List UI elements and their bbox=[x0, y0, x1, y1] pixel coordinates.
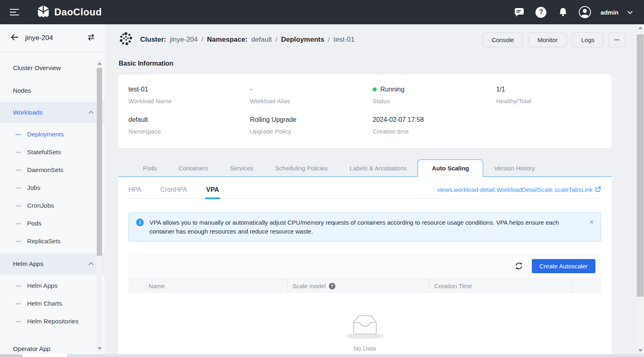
dash-icon bbox=[15, 285, 21, 287]
chevron-up-icon bbox=[89, 262, 94, 267]
vpa-info-alert: i VPA allows you to manually or automati… bbox=[128, 212, 601, 242]
no-data-text: No Data bbox=[354, 345, 376, 352]
sidebar: jinye-204 Cluster Overview Nodes Workloa… bbox=[0, 24, 104, 354]
empty-inbox-icon bbox=[345, 309, 384, 342]
table-header: Name Scale model ? Creation Time bbox=[128, 278, 601, 293]
dash-icon bbox=[15, 321, 21, 322]
sidebar-item-helm-apps[interactable]: Helm Apps bbox=[0, 277, 104, 295]
sidebar-item-nodes[interactable]: Nodes bbox=[0, 79, 104, 102]
sidebar-item-cronjobs[interactable]: CronJobs bbox=[0, 197, 104, 215]
sidebar-item-cluster-overview[interactable]: Cluster Overview bbox=[0, 57, 104, 79]
cluster-dots-icon bbox=[118, 31, 134, 48]
help-icon[interactable]: ? bbox=[535, 6, 547, 18]
scale-subtabs: HPA CronHPA VPA views.workload-detail.Wo… bbox=[128, 177, 601, 199]
console-button[interactable]: Console bbox=[482, 32, 523, 47]
scroll-up-arrow-icon[interactable] bbox=[98, 62, 102, 65]
field-upgrade-policy: Rolling Upgrade Upgrade Policy bbox=[250, 116, 373, 135]
sidebar-group-helm-apps[interactable]: Helm Apps bbox=[0, 253, 104, 274]
monitor-button[interactable]: Monitor bbox=[528, 32, 567, 47]
tab-version-history[interactable]: Version History bbox=[483, 159, 546, 176]
sidebar-menu: Cluster Overview Nodes Workloads Deploym… bbox=[0, 52, 104, 357]
field-creation-time: 2024-02-07 17:58 Creation time bbox=[373, 116, 496, 135]
scroll-down-arrow-icon[interactable] bbox=[638, 349, 642, 352]
column-header-scale-model: Scale model ? bbox=[288, 279, 429, 293]
tab-pods[interactable]: Pods bbox=[132, 159, 168, 176]
tab-services[interactable]: Services bbox=[219, 159, 264, 176]
tab-labels-annotations[interactable]: Labels & Annotations bbox=[339, 159, 418, 176]
sidebar-item-deployments[interactable]: Deployments bbox=[0, 125, 104, 143]
breadcrumb-namespace-value[interactable]: default bbox=[251, 36, 272, 44]
vertical-scrollbar-thumb[interactable] bbox=[637, 34, 644, 297]
empty-state: No Data bbox=[128, 293, 601, 352]
more-actions-button[interactable]: ••• bbox=[608, 32, 625, 47]
tab-scheduling-policies[interactable]: Scheduling Policies bbox=[264, 159, 339, 176]
cluster-name: jinye-204 bbox=[25, 34, 87, 42]
logs-button[interactable]: Logs bbox=[572, 32, 604, 47]
sidebar-group-workloads[interactable]: Workloads bbox=[0, 102, 104, 123]
main-content: Cluster: jinye-204 / Namespace: default … bbox=[104, 24, 636, 354]
external-link-icon bbox=[595, 186, 601, 193]
question-mark-icon[interactable]: ? bbox=[329, 283, 335, 289]
daocloud-cube-icon bbox=[36, 4, 50, 20]
dash-icon bbox=[15, 170, 21, 171]
scroll-up-arrow-icon[interactable] bbox=[638, 27, 642, 29]
create-autoscaler-button[interactable]: Create Autoscaler bbox=[532, 259, 595, 273]
alert-text: VPA allows you to manually or automatica… bbox=[149, 218, 582, 236]
page-header: Cluster: jinye-204 / Namespace: default … bbox=[118, 31, 625, 49]
sidebar-scrollbar-thumb[interactable] bbox=[97, 68, 102, 256]
brand-name: DaoCloud bbox=[54, 6, 102, 18]
column-header-name: Name bbox=[128, 279, 288, 293]
breadcrumb-section[interactable]: Deployments bbox=[281, 36, 324, 44]
sidebar-item-pods[interactable]: Pods bbox=[0, 215, 104, 232]
sidebar-item-replicasets[interactable]: ReplicaSets bbox=[0, 232, 104, 250]
notifications-bell-icon[interactable] bbox=[557, 6, 569, 18]
switch-cluster-icon[interactable] bbox=[87, 33, 96, 43]
horizontal-scrollbar-thumb[interactable] bbox=[0, 354, 22, 357]
sidebar-item-helm-charts[interactable]: Helm Charts bbox=[0, 295, 104, 312]
dash-icon bbox=[15, 134, 21, 135]
sidebar-item-helm-repositories[interactable]: Helm Repositories bbox=[0, 312, 104, 330]
sidebar-scrollbar[interactable] bbox=[96, 60, 102, 352]
brand-logo: DaoCloud bbox=[36, 4, 102, 20]
field-namespace: default Namespace bbox=[128, 116, 250, 135]
back-arrow-icon[interactable] bbox=[10, 32, 19, 44]
info-icon: i bbox=[136, 219, 144, 226]
sidebar-item-jobs[interactable]: Jobs bbox=[0, 179, 104, 197]
field-workload-alias: - Workload Alias bbox=[250, 86, 373, 104]
subtab-cronhpa[interactable]: CronHPA bbox=[160, 181, 187, 198]
subtab-vpa[interactable]: VPA bbox=[206, 181, 219, 198]
feedback-chat-icon[interactable] bbox=[513, 6, 525, 18]
dash-icon bbox=[15, 152, 21, 153]
basic-information-card: test-01 Workload Name - Workload Alias R… bbox=[118, 74, 612, 148]
dash-icon bbox=[15, 241, 21, 242]
subtab-hpa[interactable]: HPA bbox=[128, 181, 141, 198]
field-status: Running Status bbox=[373, 86, 496, 104]
status-value: Running bbox=[380, 86, 405, 93]
refresh-icon[interactable] bbox=[514, 261, 524, 271]
field-healthy-total: 1/1 Healthy/Total bbox=[496, 86, 612, 104]
menu-hamburger-icon[interactable] bbox=[10, 7, 20, 17]
window-horizontal-scrollbar[interactable] bbox=[0, 354, 644, 357]
dash-icon bbox=[15, 205, 21, 206]
sidebar-item-statefulsets[interactable]: StatefulSets bbox=[0, 143, 104, 161]
sidebar-item-daemonsets[interactable]: DaemonSets bbox=[0, 161, 104, 179]
tab-containers[interactable]: Containers bbox=[168, 159, 219, 176]
breadcrumb-cluster-value[interactable]: jinye-204 bbox=[170, 36, 198, 44]
dash-icon bbox=[15, 303, 21, 304]
alert-close-icon[interactable]: ✕ bbox=[589, 218, 594, 227]
user-menu-chevron-down-icon[interactable] bbox=[627, 9, 633, 14]
column-header-creation-time: Creation Time bbox=[429, 279, 572, 293]
sidebar-header: jinye-204 bbox=[0, 24, 104, 52]
scroll-down-arrow-icon[interactable] bbox=[98, 347, 102, 350]
chevron-up-icon bbox=[89, 110, 94, 116]
top-navbar: DaoCloud ? admin bbox=[0, 0, 644, 24]
tab-auto-scaling[interactable]: Auto Scaling bbox=[418, 159, 483, 177]
scale-tabs-link[interactable]: views.workload-detail.WorkloadDetailScal… bbox=[437, 186, 601, 193]
user-avatar[interactable] bbox=[579, 6, 591, 18]
window-vertical-scrollbar[interactable] bbox=[636, 24, 644, 354]
dash-icon bbox=[15, 187, 21, 189]
field-workload-name: test-01 Workload Name bbox=[128, 86, 250, 104]
column-header-actions bbox=[572, 279, 601, 293]
basic-information-title: Basic Information bbox=[119, 60, 173, 67]
breadcrumb-resource: test-01 bbox=[333, 36, 354, 44]
